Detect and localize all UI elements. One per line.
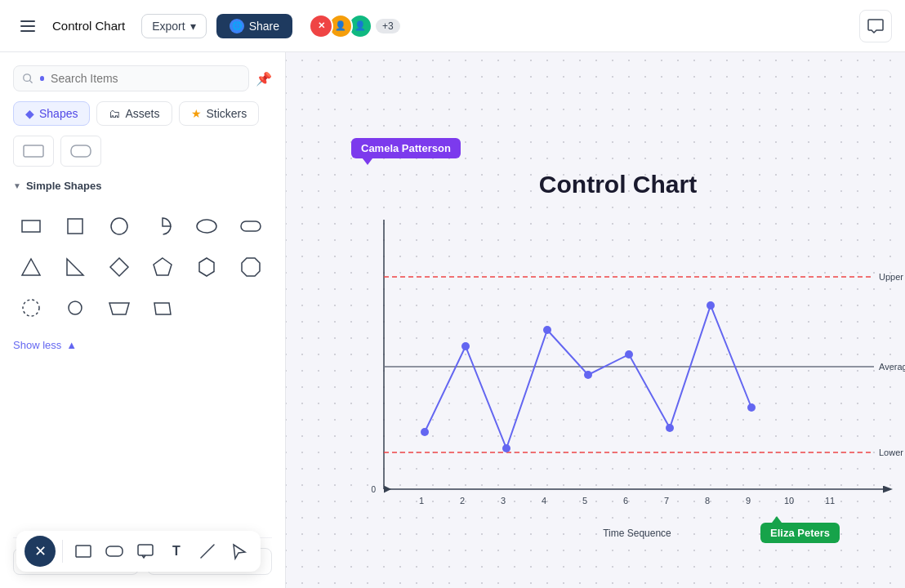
- svg-text:0: 0: [371, 485, 376, 494]
- tab-assets[interactable]: 🗂 Assets: [96, 101, 172, 126]
- share-button[interactable]: 🌐 Share: [216, 14, 292, 38]
- shape-pentagon[interactable]: [145, 249, 181, 285]
- svg-rect-6: [22, 220, 40, 232]
- svg-text:8: 8: [705, 496, 710, 506]
- show-less-label: Show less: [13, 339, 61, 351]
- shape-right-triangle[interactable]: [57, 249, 93, 285]
- shape-trapezoid[interactable]: [101, 290, 137, 326]
- shape-ellipse[interactable]: [189, 208, 225, 244]
- export-button[interactable]: Export ▾: [141, 14, 206, 38]
- svg-text:11: 11: [825, 496, 835, 506]
- shape-category-row: [13, 136, 272, 167]
- svg-rect-7: [68, 219, 82, 234]
- callout-tool-icon: [136, 542, 154, 560]
- shape-diamond[interactable]: [101, 249, 137, 285]
- svg-rect-2: [20, 30, 35, 32]
- tab-shapes[interactable]: ◆ Shapes: [13, 101, 90, 126]
- show-less-arrow-icon: ▲: [66, 339, 77, 351]
- tool-pointer[interactable]: [225, 537, 252, 565]
- share-label: Share: [249, 20, 279, 33]
- svg-text:4: 4: [542, 496, 546, 506]
- left-panel: 📌 ◆ Shapes 🗂 Assets ★ Stickers: [0, 52, 286, 588]
- svg-text:1: 1: [419, 496, 424, 506]
- close-toolbar-button[interactable]: ✕: [25, 536, 56, 567]
- search-input-wrap[interactable]: [13, 65, 249, 91]
- svg-rect-11: [241, 221, 261, 231]
- svg-rect-49: [106, 546, 123, 556]
- shape-hexagon[interactable]: [189, 249, 225, 285]
- svg-marker-13: [67, 259, 83, 275]
- shape-octagon-outline[interactable]: [13, 290, 49, 326]
- floating-toolbar: ✕ T: [16, 531, 261, 572]
- shape-circle[interactable]: [101, 208, 137, 244]
- menu-button[interactable]: [13, 11, 42, 41]
- export-label: Export: [152, 20, 185, 33]
- show-less-button[interactable]: Show less ▲: [13, 339, 272, 351]
- line-tool-icon: [198, 542, 216, 560]
- svg-marker-17: [242, 258, 260, 276]
- shape-triangle[interactable]: [13, 249, 49, 285]
- shape-rounded-rectangle[interactable]: [233, 208, 269, 244]
- rectangle-tool-icon: [74, 542, 92, 560]
- shape-circle-sm[interactable]: [57, 290, 93, 326]
- category-thumb-1[interactable]: [13, 136, 54, 167]
- stickers-icon: ★: [191, 107, 202, 120]
- shape-arc[interactable]: [145, 208, 181, 244]
- avatar-group: ✕ 👤 👤 +3: [309, 14, 400, 38]
- search-dot-indicator: [40, 76, 44, 81]
- svg-marker-16: [199, 258, 214, 276]
- tooltip-camela: Camela Patterson: [351, 138, 461, 158]
- tool-rounded-rect[interactable]: [100, 537, 128, 565]
- svg-point-29: [502, 444, 510, 452]
- svg-point-31: [584, 371, 592, 379]
- tool-rectangle[interactable]: [69, 537, 97, 565]
- avatar-x: ✕: [309, 14, 333, 38]
- chevron-down-icon: ▾: [190, 20, 196, 33]
- search-input[interactable]: [51, 72, 240, 85]
- shape-octagon[interactable]: [233, 249, 269, 285]
- lcl-label: Lower Control Limit: [879, 448, 905, 457]
- category-basic-icon: [22, 142, 45, 160]
- section-label: Simple Shapes: [26, 180, 101, 192]
- svg-point-35: [747, 403, 756, 412]
- tooltip-eliza: Eliza Peters: [760, 523, 840, 543]
- toolbar-divider: [62, 540, 63, 563]
- comment-button[interactable]: [859, 10, 892, 42]
- svg-rect-50: [138, 545, 153, 555]
- shape-parallelogram[interactable]: [145, 290, 181, 326]
- assets-icon: 🗂: [109, 107, 120, 120]
- svg-point-19: [69, 301, 82, 314]
- svg-point-27: [421, 428, 429, 436]
- close-icon: ✕: [34, 542, 47, 560]
- svg-point-18: [23, 300, 39, 316]
- svg-point-33: [666, 424, 674, 432]
- control-chart-svg: Upper Control Limit Average Output Lower…: [335, 212, 905, 555]
- svg-rect-0: [20, 20, 35, 22]
- tab-stickers[interactable]: ★ Stickers: [179, 101, 260, 126]
- chart-title-area: Control Chart: [355, 171, 880, 198]
- canvas-area: 📌 ◆ Shapes 🗂 Assets ★ Stickers: [0, 52, 905, 588]
- svg-text:7: 7: [664, 496, 669, 506]
- category-thumb-2[interactable]: [60, 136, 101, 167]
- tab-stickers-label: Stickers: [207, 107, 247, 120]
- svg-point-10: [197, 220, 216, 233]
- search-icon: [22, 72, 33, 85]
- svg-marker-12: [22, 259, 40, 275]
- svg-line-51: [201, 545, 214, 558]
- main-canvas[interactable]: Camela Patterson Control Chart Up: [286, 52, 905, 588]
- tool-line[interactable]: [194, 537, 221, 565]
- section-header-simple-shapes[interactable]: ▼ Simple Shapes: [13, 180, 272, 192]
- svg-text:3: 3: [501, 496, 506, 506]
- svg-point-32: [625, 350, 633, 359]
- svg-point-28: [461, 342, 470, 350]
- tool-callout[interactable]: [132, 537, 159, 565]
- hamburger-icon: [20, 20, 35, 32]
- tool-text[interactable]: T: [163, 537, 190, 565]
- text-tool-icon: T: [172, 544, 181, 559]
- tab-shapes-label: Shapes: [39, 107, 78, 120]
- pin-icon[interactable]: 📌: [256, 71, 272, 87]
- shape-rectangle[interactable]: [13, 208, 49, 244]
- svg-text:6: 6: [623, 496, 628, 506]
- svg-point-8: [111, 218, 127, 234]
- shape-square[interactable]: [57, 208, 93, 244]
